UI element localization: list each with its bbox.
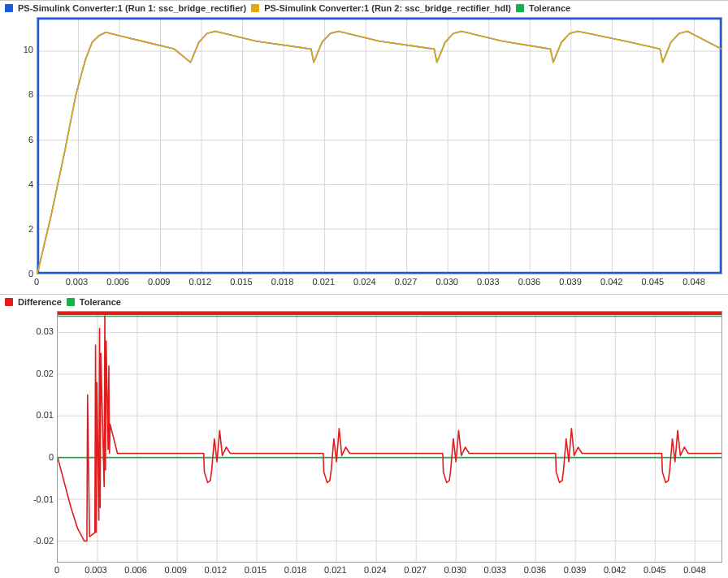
x-tick-label: 0.009 xyxy=(148,277,171,287)
legend-swatch xyxy=(5,4,13,12)
signal-comparison-plot: PS-Simulink Converter:1 (Run 1: ssc_brid… xyxy=(0,0,728,294)
legend-label: PS-Simulink Converter:1 (Run 1: ssc_brid… xyxy=(18,3,246,13)
x-tick-label: 0.039 xyxy=(564,565,587,575)
y-tick-label: 6 xyxy=(28,135,33,144)
x-tick-label: 0.036 xyxy=(524,565,547,575)
y-tick-label: 0.03 xyxy=(37,326,54,336)
legend-item[interactable]: Difference xyxy=(5,297,62,307)
x-tick-label: 0.006 xyxy=(124,565,147,575)
y-tick-label: 2 xyxy=(28,224,33,234)
legend-item[interactable]: Tolerance xyxy=(67,297,121,307)
legend-swatch xyxy=(67,298,75,306)
plot-area-bottom[interactable] xyxy=(57,311,722,563)
legend-item[interactable]: PS-Simulink Converter:1 (Run 2: ssc_brid… xyxy=(251,3,511,13)
legend-label: PS-Simulink Converter:1 (Run 2: ssc_brid… xyxy=(264,3,511,13)
svg-rect-22 xyxy=(38,19,721,273)
x-tick-label: 0.009 xyxy=(164,565,187,575)
difference-plot: DifferenceTolerance -0.02-0.0100.010.020… xyxy=(0,294,728,578)
y-tick-label: -0.01 xyxy=(33,494,54,504)
x-tick-label: 0.033 xyxy=(484,565,507,575)
legend-item[interactable]: Tolerance xyxy=(516,3,570,13)
legend-top: PS-Simulink Converter:1 (Run 1: ssc_brid… xyxy=(5,3,570,13)
legend-label: Tolerance xyxy=(80,297,121,307)
x-tick-label: 0.042 xyxy=(600,277,623,287)
x-tick-label: 0.033 xyxy=(477,277,500,287)
x-tick-label: 0.015 xyxy=(230,277,253,287)
x-tick-label: 0.027 xyxy=(404,565,427,575)
x-tick-label: 0.048 xyxy=(683,565,706,575)
legend-swatch xyxy=(516,4,524,12)
y-tick-label: 8 xyxy=(28,89,33,99)
x-tick-label: 0.021 xyxy=(312,277,335,287)
y-tick-label: 4 xyxy=(28,179,33,189)
legend-swatch xyxy=(251,4,259,12)
legend-bottom: DifferenceTolerance xyxy=(5,297,121,307)
x-tick-label: 0.018 xyxy=(271,277,294,287)
x-tick-label: 0.045 xyxy=(644,565,666,575)
x-tick-label: 0.015 xyxy=(245,565,267,575)
x-tick-label: 0.027 xyxy=(395,277,418,287)
x-tick-label: 0.012 xyxy=(189,277,212,287)
x-tick-label: 0.036 xyxy=(518,277,541,287)
x-tick-label: 0.030 xyxy=(436,277,458,287)
y-tick-label: 10 xyxy=(24,45,33,54)
x-tick-label: 0.030 xyxy=(444,565,466,575)
legend-label: Tolerance xyxy=(529,3,570,13)
x-tick-label: 0.024 xyxy=(353,277,376,287)
x-tick-label: 0.012 xyxy=(205,565,228,575)
y-tick-label: -0.02 xyxy=(33,536,54,546)
y-tick-label: 0 xyxy=(49,452,54,462)
y-tick-label: 0.02 xyxy=(37,369,54,378)
x-tick-label: 0.006 xyxy=(106,277,129,287)
legend-swatch xyxy=(5,298,13,306)
x-tick-label: 0 xyxy=(54,565,59,575)
x-tick-label: 0.003 xyxy=(84,565,107,575)
plot-area-top[interactable] xyxy=(37,17,722,274)
legend-label: Difference xyxy=(18,297,62,307)
y-tick-label: 0 xyxy=(28,269,33,278)
legend-item[interactable]: PS-Simulink Converter:1 (Run 1: ssc_brid… xyxy=(5,3,246,13)
x-tick-label: 0.048 xyxy=(682,277,705,287)
x-tick-label: 0.042 xyxy=(604,565,626,575)
y-tick-label: 0.01 xyxy=(37,410,54,420)
x-tick-label: 0.039 xyxy=(559,277,582,287)
x-tick-label: 0.003 xyxy=(66,277,89,287)
x-tick-label: 0.018 xyxy=(284,565,307,575)
x-tick-label: 0.024 xyxy=(364,565,387,575)
x-tick-label: 0 xyxy=(34,277,39,287)
x-tick-label: 0.021 xyxy=(324,565,347,575)
x-tick-label: 0.045 xyxy=(642,277,665,287)
